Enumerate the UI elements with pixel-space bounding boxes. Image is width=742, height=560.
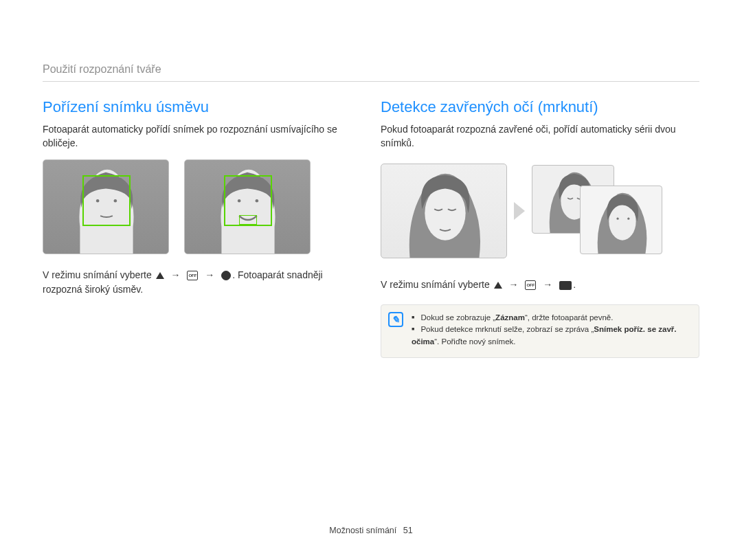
up-icon xyxy=(494,282,502,289)
col-smile: Pořízení snímku úsměvu Fotoaparát automa… xyxy=(43,98,361,358)
footer-label: Možnosti snímání xyxy=(329,526,396,535)
instr-text-suffix: . xyxy=(573,279,576,290)
instr-smile: V režimu snímání vyberte OFF . Fotoapará… xyxy=(43,268,361,297)
note-list: Dokud se zobrazuje „Záznam“, držte fotoa… xyxy=(412,312,690,348)
lead-blink: Pokud fotoaparát rozpozná zavřené oči, p… xyxy=(381,123,699,150)
up-icon xyxy=(156,272,164,279)
result-burst xyxy=(532,159,676,262)
instr-text: V režimu snímání vyberte xyxy=(43,269,155,280)
svg-point-7 xyxy=(617,218,619,220)
instr-text: V režimu snímání vyberte xyxy=(381,279,493,290)
blink-images xyxy=(381,159,699,262)
arrow-right-icon xyxy=(513,201,526,221)
facedet-off-icon: OFF xyxy=(187,271,198,280)
breadcrumb: Použití rozpoznání tváře xyxy=(43,63,699,82)
face-detect-box-icon xyxy=(82,175,131,226)
page-number: 51 xyxy=(403,526,413,535)
note-box: ✎ Dokud se zobrazuje „Záznam“, držte fot… xyxy=(381,304,699,358)
note-icon: ✎ xyxy=(388,312,403,327)
arrow-icon xyxy=(168,269,183,280)
svg-point-8 xyxy=(627,218,629,220)
svg-point-4 xyxy=(425,186,465,240)
arrow-icon xyxy=(540,279,555,290)
page-footer: Možnosti snímání 51 xyxy=(0,526,742,535)
note-item: Pokud detekce mrknutí selže, zobrazí se … xyxy=(412,324,690,348)
note-text: “. Pořiďte nový snímek. xyxy=(434,337,515,346)
smile-icon xyxy=(221,271,231,280)
arrow-icon xyxy=(202,269,217,280)
col-blink: Detekce zavřených očí (mrknutí) Pokud fo… xyxy=(381,98,699,358)
facedet-off-icon: OFF xyxy=(525,280,536,290)
face-smile xyxy=(184,159,311,254)
lead-smile: Fotoaparát automaticky pořídí snímek po … xyxy=(43,123,361,150)
blink-icon xyxy=(559,281,572,290)
smile-images xyxy=(43,159,361,254)
thumb-2 xyxy=(580,186,662,254)
note-text: Pokud detekce mrknutí selže, zobrazí se … xyxy=(420,325,594,333)
heading-blink: Detekce zavřených očí (mrknutí) xyxy=(381,98,699,116)
arrow-icon xyxy=(506,279,521,290)
face-eyes-closed xyxy=(381,164,507,258)
mouth-detect-box-icon xyxy=(239,215,257,225)
note-text: Dokud se zobrazuje „ xyxy=(420,313,495,322)
instr-blink: V režimu snímání vyberte OFF . xyxy=(381,278,699,292)
note-text: “, držte fotoaparát pevně. xyxy=(525,313,614,322)
note-bold: Záznam xyxy=(495,313,525,322)
note-item: Dokud se zobrazuje „Záznam“, držte fotoa… xyxy=(412,312,690,324)
heading-smile: Pořízení snímku úsměvu xyxy=(43,98,361,116)
face-neutral xyxy=(43,159,169,254)
